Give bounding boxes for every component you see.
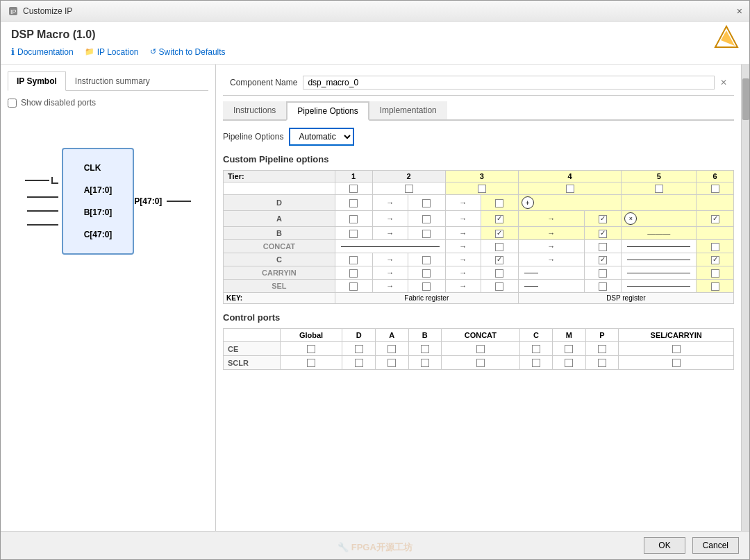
cb-sclr-global[interactable] <box>307 359 315 367</box>
arrow-concat-2: → <box>547 242 555 251</box>
cb-sclr-sel-carryin[interactable] <box>672 359 681 367</box>
cancel-button[interactable]: Cancel <box>692 537 739 554</box>
cb-c-4-checked[interactable] <box>599 256 607 264</box>
cb-a-4-checked[interactable] <box>599 215 607 223</box>
cb-sel-1[interactable] <box>349 282 358 291</box>
cb-b-1[interactable] <box>349 230 358 238</box>
symbol-a-label: A[17:0] <box>84 185 112 195</box>
cb-d-1[interactable] <box>349 199 358 207</box>
clk-connector <box>51 177 58 184</box>
cb-top-2[interactable] <box>405 185 413 193</box>
cb-top-4[interactable] <box>566 185 574 193</box>
ip-location-link[interactable]: 📁 IP Location <box>85 47 139 57</box>
cb-top-6[interactable] <box>711 185 719 193</box>
cb-ce-b[interactable] <box>421 345 429 353</box>
svg-text:IP: IP <box>10 8 17 15</box>
cb-a-1[interactable] <box>349 215 358 223</box>
cb-carryin-2[interactable] <box>422 269 431 278</box>
cb-ce-sel-carryin[interactable] <box>672 345 681 353</box>
table-row-a: A → → → × <box>224 211 734 227</box>
location-icon: 📁 <box>85 47 94 56</box>
cb-carryin-1[interactable] <box>349 269 358 278</box>
cb-concat-4[interactable] <box>599 243 607 251</box>
left-panel: IP Symbol Instruction summary Show disab… <box>1 65 216 531</box>
tab-instructions[interactable]: Instructions <box>223 101 286 119</box>
cb-carryin-5[interactable] <box>711 269 719 278</box>
cb-b-4-checked[interactable] <box>599 230 607 238</box>
toolbar: ℹ Documentation 📁 IP Location ↺ Switch t… <box>11 46 739 57</box>
close-button[interactable]: × <box>737 6 742 17</box>
cb-ce-global[interactable] <box>307 345 315 353</box>
cb-c-5-checked[interactable] <box>711 256 719 264</box>
cb-ce-p[interactable] <box>598 345 606 353</box>
component-name-clear[interactable]: ✕ <box>720 78 727 87</box>
cb-sel-4[interactable] <box>599 282 607 291</box>
cb-d-3[interactable] <box>495 199 503 207</box>
cb-sclr-c[interactable] <box>532 359 540 367</box>
cb-sclr-m[interactable] <box>565 359 573 367</box>
scrollbar-thumb[interactable] <box>742 78 749 120</box>
documentation-label: Documentation <box>17 47 74 57</box>
cb-ce-concat[interactable] <box>476 345 485 353</box>
cb-sclr-b[interactable] <box>421 359 429 367</box>
config-tabs: Instructions Pipeline Options Implementa… <box>223 101 734 121</box>
arrow-c-34: → <box>547 255 555 264</box>
left-panel-tabs: IP Symbol Instruction summary <box>8 71 208 91</box>
port-b <box>27 210 58 212</box>
cb-carryin-3[interactable] <box>495 269 503 278</box>
table-row-concat: CONCAT → → <box>224 240 734 253</box>
table-row-d: D → → + <box>224 195 734 211</box>
tier-4: 4 <box>518 171 622 183</box>
cb-a-2[interactable] <box>422 215 431 223</box>
tab-instruction-summary[interactable]: Instruction summary <box>66 71 159 90</box>
cb-sel-5[interactable] <box>711 282 719 291</box>
cb-d-2[interactable] <box>422 199 431 207</box>
cb-concat-3[interactable] <box>495 243 503 251</box>
window-title: Customize IP <box>23 6 72 16</box>
cb-ce-d[interactable] <box>355 345 363 353</box>
cb-ce-c[interactable] <box>532 345 540 353</box>
cb-a-3-checked[interactable] <box>495 215 503 223</box>
cb-carryin-4[interactable] <box>599 269 607 278</box>
cb-c-1[interactable] <box>349 256 358 264</box>
pipeline-table: Tier: 1 2 3 4 5 6 <box>223 170 734 304</box>
documentation-link[interactable]: ℹ Documentation <box>11 46 74 57</box>
cb-b-3-checked[interactable] <box>495 230 503 238</box>
cb-sel-3[interactable] <box>495 282 503 291</box>
cb-a-5-checked[interactable] <box>711 215 719 223</box>
tab-ip-symbol[interactable]: IP Symbol <box>8 71 66 91</box>
cb-sel-2[interactable] <box>422 282 431 291</box>
cb-sclr-concat[interactable] <box>476 359 485 367</box>
cb-b-2[interactable] <box>422 230 431 238</box>
window-icon: IP <box>8 6 19 17</box>
ok-button[interactable]: OK <box>644 537 685 554</box>
table-row-b: B → → → ——— <box>224 227 734 240</box>
info-icon: ℹ <box>11 46 15 57</box>
cb-sclr-a[interactable] <box>388 359 396 367</box>
cb-top-1[interactable] <box>349 185 358 193</box>
pipeline-options-select[interactable]: Automatic Custom <box>289 128 354 146</box>
cb-concat-5[interactable] <box>711 243 719 251</box>
switch-to-defaults-link[interactable]: ↺ Switch to Defaults <box>150 47 226 57</box>
cb-ce-a[interactable] <box>388 345 396 353</box>
cp-header-concat: CONCAT <box>442 329 520 342</box>
symbol-p-label: P[47:0] <box>134 196 162 206</box>
bottom-bar: 🔧 FPGA开源工坊 OK Cancel <box>1 531 749 559</box>
sel-label: SEL <box>224 280 335 293</box>
cb-c-3-checked[interactable] <box>495 256 503 264</box>
cb-top-3[interactable] <box>478 185 486 193</box>
cb-top-5[interactable] <box>655 185 663 193</box>
cb-c-2[interactable] <box>422 256 431 264</box>
show-disabled-ports-checkbox[interactable] <box>8 99 17 108</box>
arrow-b-12: → <box>386 229 394 237</box>
clk-wire <box>25 180 49 181</box>
component-name-input[interactable] <box>303 76 715 90</box>
tab-pipeline-options[interactable]: Pipeline Options <box>286 101 369 121</box>
tab-implementation[interactable]: Implementation <box>369 101 447 119</box>
cb-sclr-p[interactable] <box>598 359 606 367</box>
cb-ce-m[interactable] <box>565 345 573 353</box>
vertical-scrollbar[interactable] <box>741 65 749 531</box>
symbol-b-label: B[17:0] <box>84 207 112 217</box>
cb-sclr-d[interactable] <box>355 359 363 367</box>
table-row-header: Tier: 1 2 3 4 5 6 <box>224 171 734 183</box>
